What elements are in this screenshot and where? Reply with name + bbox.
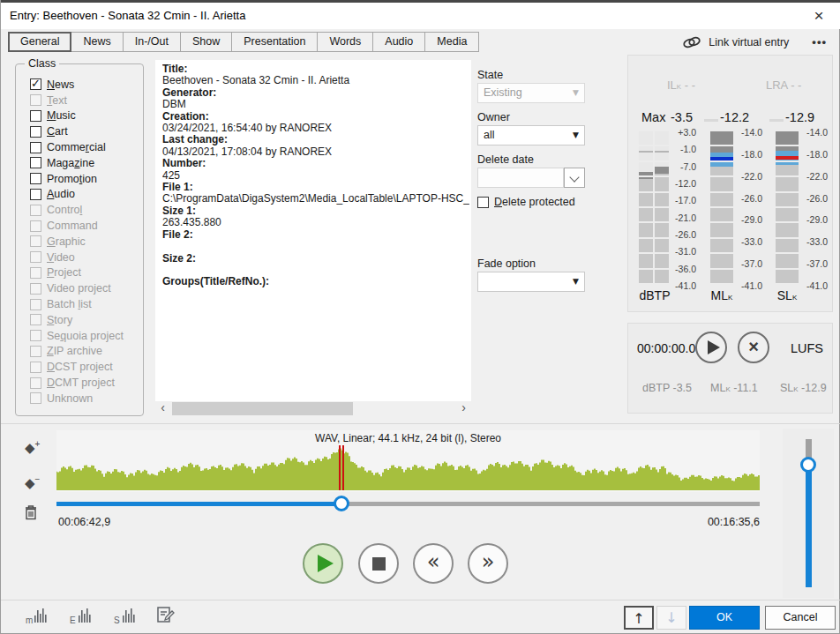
play-icon [318, 555, 334, 572]
tab-in-out[interactable]: In-/Out [124, 32, 181, 52]
checkbox-box[interactable] [30, 157, 41, 168]
scroll-left-icon[interactable]: ‹ [155, 401, 170, 416]
class-item-commercial[interactable]: Commercial [16, 139, 143, 155]
class-groupbox-legend: Class [25, 57, 59, 70]
checkbox-box [30, 392, 41, 404]
trash-icon[interactable] [24, 504, 38, 524]
tab-presentation[interactable]: Presentation [232, 32, 318, 52]
checkbox-box [30, 283, 41, 295]
ok-button[interactable]: OK [689, 606, 760, 630]
multitrack-editor-button[interactable]: m [26, 606, 47, 629]
link-virtual-entry-button[interactable]: Link virtual entry [681, 35, 789, 49]
calendar-dropdown-icon[interactable] [564, 168, 585, 188]
checkbox-box[interactable] [30, 126, 41, 138]
checkbox-box [30, 362, 41, 373]
class-item-audio[interactable]: Audio [16, 187, 143, 203]
info-field-label: Title: [162, 63, 469, 75]
delete-protected-checkbox[interactable]: Delete protected [477, 196, 575, 208]
waveform-display[interactable]: WAV, Linear; 44.1 kHz, 24 bit (l), Stere… [56, 430, 760, 492]
delete-marker-button[interactable]: ◆− [25, 474, 40, 491]
scrollbar-thumb[interactable] [172, 402, 353, 415]
tab-audio[interactable]: Audio [373, 32, 425, 52]
tab-media[interactable]: Media [425, 32, 479, 52]
owner-combo[interactable]: all ▼ [477, 125, 585, 145]
singletrack-editor-button[interactable]: S [114, 606, 135, 629]
class-item-music[interactable]: Music [16, 108, 143, 124]
monitor-ml-value: MLK -11.1 [710, 382, 758, 394]
forward-icon: » [469, 549, 506, 574]
volume-slider-track[interactable] [806, 471, 812, 588]
checkbox-box[interactable] [30, 110, 41, 122]
class-item-command: Command [16, 218, 143, 234]
info-field-value [162, 241, 469, 252]
sl-scale: -14.0-18.0-22.0-26.0-29.0-33.0-37.0-41.0 [801, 131, 828, 285]
checkbox-box[interactable] [477, 197, 489, 208]
audio-format-caption: WAV, Linear; 44.1 kHz, 24 bit (l), Stere… [56, 432, 760, 444]
tab-general[interactable]: General [8, 32, 71, 52]
stop-button[interactable] [358, 543, 399, 584]
delete-date-field[interactable] [477, 168, 564, 188]
play-button[interactable] [303, 543, 343, 584]
checkbox-box [30, 377, 41, 389]
info-horizontal-scrollbar[interactable]: ‹ › [155, 401, 471, 416]
class-item-video: Video [16, 250, 143, 265]
edit-text-icon[interactable] [156, 605, 176, 628]
rewind-button[interactable]: « [413, 543, 454, 584]
cancel-button[interactable]: Cancel [765, 606, 836, 630]
forward-button[interactable]: » [468, 543, 508, 584]
info-field-label: Number: [162, 158, 469, 169]
dbtp-meter-left [639, 131, 653, 285]
class-item-magazine[interactable]: Magazine [16, 155, 143, 171]
tab-show[interactable]: Show [181, 32, 232, 52]
title-bar: Entry: Beethoven - Sonata 32 Cmin - II. … [1, 3, 840, 29]
sl-value: -12.9 [785, 110, 814, 124]
class-item-promotion[interactable]: Promotion [16, 171, 143, 187]
chevron-down-icon: ▼ [573, 84, 579, 102]
delete-date-picker[interactable] [477, 168, 585, 188]
class-item-news[interactable]: News [16, 77, 143, 93]
window-title: Entry: Beethoven - Sonata 32 Cmin - II. … [10, 9, 245, 22]
waveform-letter-icon: E [70, 606, 91, 625]
tab-words[interactable]: Words [318, 32, 373, 52]
class-item-label: Video [47, 251, 75, 264]
volume-panel [783, 429, 834, 598]
info-field-value: C:\ProgramData\DigaSystem2\Media_LocalTa… [162, 193, 469, 205]
play-icon [708, 340, 720, 354]
chevron-down-icon: ▼ [573, 126, 579, 145]
measure-play-button[interactable] [695, 332, 727, 363]
scale-tick-label: -26.0 [736, 193, 762, 204]
class-item-control: Control [16, 202, 143, 218]
previous-entry-button[interactable]: ↑ [624, 606, 654, 630]
tab-news[interactable]: News [71, 32, 123, 52]
class-item-video-project: Video project [16, 280, 143, 296]
close-icon[interactable]: × [807, 5, 830, 26]
integrated-loudness-label: ILK - - [667, 78, 695, 92]
rewind-icon: « [415, 549, 452, 574]
scroll-right-icon[interactable]: › [456, 401, 471, 416]
scale-tick-label: -14.0 [736, 127, 762, 138]
more-menu-button[interactable]: ••• [812, 35, 827, 48]
class-item-label: Text [47, 94, 67, 107]
seek-slider-thumb[interactable] [334, 496, 349, 511]
checkbox-box [30, 205, 41, 216]
add-marker-button[interactable]: ◆+ [25, 439, 40, 456]
arrow-up-icon: ↑ [633, 610, 644, 627]
checkbox-box[interactable] [30, 142, 41, 153]
x-icon: × [739, 337, 768, 357]
class-item-label: ZIP archive [47, 345, 102, 357]
fade-option-combo[interactable]: ▼ [477, 272, 585, 292]
info-field-value: 04/13/2021, 17:08:04 by RANOREX [162, 146, 469, 158]
dbtp-label: dBTP [637, 288, 672, 302]
checkbox-box[interactable] [30, 173, 41, 184]
momentary-loudness-meter [710, 131, 733, 285]
easytrack-editor-button[interactable]: E [70, 606, 91, 629]
shortterm-loudness-meter [776, 131, 799, 285]
measure-reset-button[interactable]: × [738, 332, 769, 363]
class-item-cart[interactable]: Cart [16, 123, 143, 139]
link-virtual-entry-label: Link virtual entry [709, 36, 789, 48]
waveform-graphic [56, 444, 760, 490]
scale-tick-label: -29.0 [736, 214, 762, 225]
checkbox-box[interactable] [30, 189, 41, 200]
checkbox-box[interactable] [30, 78, 41, 90]
volume-slider-thumb[interactable] [800, 457, 816, 473]
